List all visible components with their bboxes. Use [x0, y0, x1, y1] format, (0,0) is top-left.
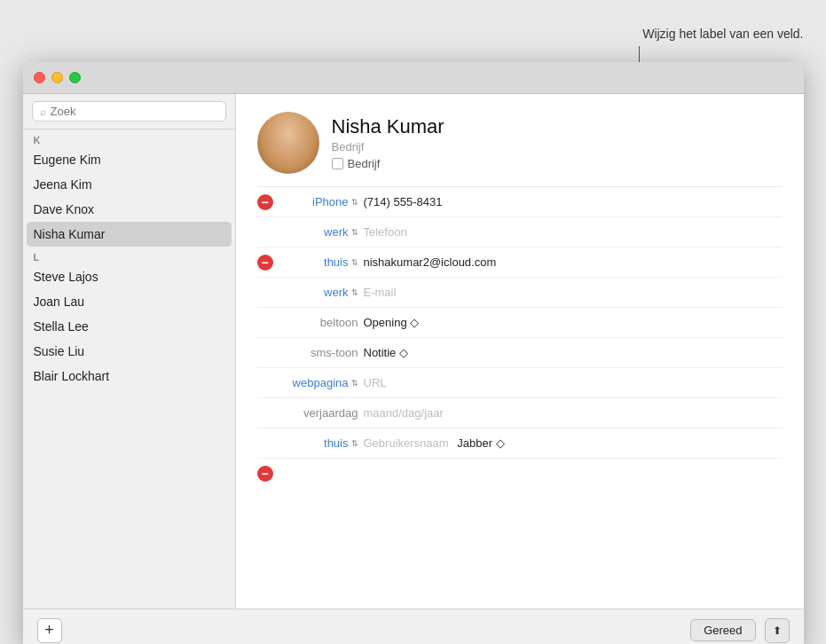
ringtone-value[interactable]: Opening ◇	[364, 316, 783, 329]
werk-phone-label-text: werk	[324, 225, 348, 239]
jabber-label[interactable]: thuis ⇅	[279, 436, 358, 450]
field-row-ringtone: beltoon Opening ◇	[257, 308, 783, 338]
close-button[interactable]	[34, 72, 45, 83]
werk-email-label[interactable]: werk ⇅	[279, 286, 358, 299]
jabber-username-text: Gebruikersnaam	[364, 436, 449, 450]
list-item[interactable]: Blair Lockhart	[23, 364, 235, 389]
remove-icon: −	[261, 196, 268, 208]
stepper-icon: ⇅	[351, 198, 358, 207]
remove-extra-button[interactable]: −	[257, 466, 273, 482]
search-input[interactable]	[51, 105, 218, 118]
iphone-value[interactable]: (714) 555-8431	[364, 195, 783, 208]
field-row-email-thuis: − thuis ⇅ nishakumar2@icloud.com	[257, 247, 783, 278]
stepper-icon: ⇅	[351, 228, 358, 237]
stepper-icon: ⇅	[351, 288, 358, 297]
werk-email-value[interactable]: E-mail	[364, 286, 783, 299]
traffic-lights	[34, 72, 81, 83]
webpage-label-text: webpagina	[293, 376, 349, 389]
field-row-birthday: verjaardag maand/dag/jaar	[257, 398, 783, 428]
webpage-value[interactable]: URL	[364, 376, 783, 389]
done-button[interactable]: Gereed	[690, 619, 755, 641]
sidebar: ⌕ K Eugene Kim Jeena Kim Dave Knox Nisha…	[23, 94, 236, 609]
birthday-label-text: verjaardag	[303, 406, 358, 420]
section-header-k: K	[23, 130, 235, 147]
contact-name-area: Nisha Kumar Bedrijf Bedrijf	[332, 112, 783, 170]
stepper-icon: ⇅	[351, 379, 358, 388]
remove-phone-button[interactable]: −	[257, 194, 273, 210]
ringtone-label: beltoon	[279, 316, 358, 329]
screenshot-wrapper: Wijzig het label van een veld. ⌕	[23, 35, 804, 644]
add-icon: +	[44, 621, 54, 640]
list-item[interactable]: Steve Lajos	[23, 264, 235, 289]
stepper-icon: ⇅	[351, 439, 358, 448]
section-header-l: L	[23, 247, 235, 264]
bottom-right-buttons: Gereed ⬆	[690, 618, 789, 643]
list-item[interactable]: Eugene Kim	[23, 147, 235, 172]
field-row-partial: −	[257, 459, 783, 489]
werk-email-label-text: werk	[324, 286, 348, 299]
contact-header: Nisha Kumar Bedrijf Bedrijf	[257, 112, 783, 174]
main-layout: ⌕ K Eugene Kim Jeena Kim Dave Knox Nisha…	[23, 94, 804, 609]
annotation-top: Wijzig het label van een veld.	[642, 27, 803, 41]
webpage-label[interactable]: webpagina ⇅	[279, 376, 358, 389]
werk-phone-value[interactable]: Telefoon	[364, 225, 783, 239]
company-row: Bedrijf	[332, 157, 783, 170]
share-button[interactable]: ⬆	[765, 618, 790, 643]
smstone-label: sms-toon	[279, 346, 358, 359]
contact-list: K Eugene Kim Jeena Kim Dave Knox Nisha K…	[23, 130, 235, 609]
titlebar	[23, 62, 804, 94]
ringtone-label-text: beltoon	[320, 316, 358, 329]
field-row-iphone: − iPhone ⇅ (714) 555-8431	[257, 187, 783, 217]
field-row-webpage: webpagina ⇅ URL	[257, 368, 783, 398]
jabber-value[interactable]: Gebruikersnaam Jabber ◇	[364, 436, 783, 450]
iphone-label-text: iPhone	[312, 195, 348, 208]
avatar	[257, 112, 319, 174]
iphone-label[interactable]: iPhone ⇅	[279, 195, 358, 208]
bottom-bar: + Gereed ⬆	[23, 609, 804, 644]
share-icon: ⬆	[773, 624, 782, 637]
list-item[interactable]: Joan Lau	[23, 289, 235, 314]
remove-email-button[interactable]: −	[257, 255, 273, 271]
jabber-dropdown-label[interactable]: Jabber ◇	[457, 436, 504, 450]
detail-panel: Nisha Kumar Bedrijf Bedrijf −	[236, 94, 804, 609]
add-button[interactable]: +	[37, 618, 62, 643]
field-row-werk-phone: werk ⇅ Telefoon	[257, 217, 783, 247]
minimize-button[interactable]	[51, 72, 63, 83]
smstone-value[interactable]: Notitie ◇	[364, 346, 783, 359]
list-item[interactable]: Dave Knox	[23, 197, 235, 222]
field-row-smstone: sms-toon Notitie ◇	[257, 338, 783, 368]
company-label: Bedrijf	[332, 140, 783, 153]
search-wrapper[interactable]: ⌕	[32, 101, 226, 122]
werk-phone-label[interactable]: werk ⇅	[279, 225, 358, 239]
list-item-selected[interactable]: Nisha Kumar	[27, 222, 232, 247]
avatar-face	[257, 112, 319, 174]
remove-icon: −	[261, 467, 268, 480]
field-row-jabber: thuis ⇅ Gebruikersnaam Jabber ◇	[257, 428, 783, 459]
contact-name: Nisha Kumar	[332, 115, 783, 138]
search-icon: ⌕	[40, 106, 46, 118]
birthday-label: verjaardag	[279, 406, 358, 420]
list-item[interactable]: Stella Lee	[23, 314, 235, 339]
jabber-username-placeholder: Gebruikersnaam Jabber ◇	[364, 436, 783, 450]
remove-icon: −	[261, 256, 268, 269]
email-thuis-label-text: thuis	[324, 255, 348, 269]
email-value[interactable]: nishakumar2@icloud.com	[364, 255, 783, 269]
list-item[interactable]: Susie Liu	[23, 339, 235, 364]
fullscreen-button[interactable]	[69, 72, 81, 83]
company-checkbox-label: Bedrijf	[348, 157, 381, 170]
company-checkbox[interactable]	[332, 158, 343, 169]
field-row-werk-email: werk ⇅ E-mail	[257, 278, 783, 308]
email-thuis-label[interactable]: thuis ⇅	[279, 255, 358, 269]
birthday-value[interactable]: maand/dag/jaar	[364, 406, 783, 420]
list-item[interactable]: Jeena Kim	[23, 172, 235, 197]
search-bar: ⌕	[23, 94, 235, 130]
contacts-window: ⌕ K Eugene Kim Jeena Kim Dave Knox Nisha…	[23, 62, 804, 644]
smstone-label-text: sms-toon	[311, 346, 358, 359]
jabber-label-text: thuis	[324, 436, 348, 450]
stepper-icon: ⇅	[351, 258, 358, 267]
